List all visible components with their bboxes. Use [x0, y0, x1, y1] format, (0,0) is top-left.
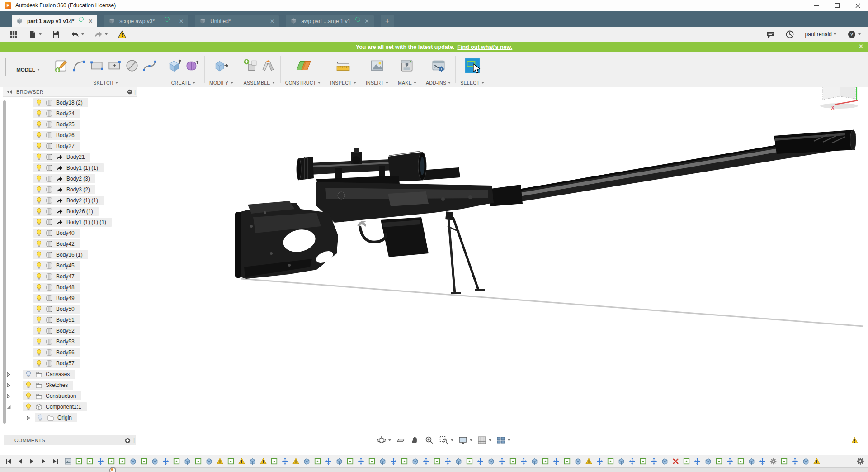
- browser-item[interactable]: Body2 (1) (1): [0, 195, 112, 206]
- toolbar-group-label[interactable]: SELECT: [460, 79, 484, 87]
- undo-button[interactable]: [70, 29, 85, 40]
- timeline-feature-sketch[interactable]: [781, 457, 788, 466]
- timeline-feature-extrude[interactable]: [455, 457, 462, 466]
- visibility-bulb-icon[interactable]: [35, 360, 42, 367]
- collapse-panel-icon[interactable]: [6, 89, 13, 95]
- timeline-feature-move[interactable]: [759, 457, 766, 466]
- add-comment-icon[interactable]: [125, 438, 131, 443]
- plane-button[interactable]: [295, 58, 311, 73]
- browser-item[interactable]: Body52: [0, 325, 112, 336]
- timeline-feature-extrude[interactable]: [151, 457, 158, 466]
- browser-item[interactable]: Body18 (2): [0, 97, 112, 108]
- orbit-button[interactable]: [375, 434, 392, 446]
- tree-expander-icon[interactable]: [25, 415, 31, 421]
- timeline-feature-extrude[interactable]: [618, 457, 625, 466]
- display-button[interactable]: [457, 434, 474, 446]
- timeline-feature-extrude[interactable]: [249, 457, 256, 466]
- visibility-bulb-icon[interactable]: [35, 305, 42, 313]
- help-menu[interactable]: [846, 29, 862, 40]
- browser-item[interactable]: Body24: [0, 108, 112, 119]
- timeline-feature-warn[interactable]: [260, 457, 267, 466]
- browser-item[interactable]: Body25: [0, 119, 112, 130]
- timeline-feature-warn[interactable]: [585, 457, 592, 466]
- zoom-button[interactable]: [423, 434, 436, 446]
- tab-close-button[interactable]: ✕: [364, 18, 370, 24]
- insert-image-button[interactable]: [369, 58, 385, 73]
- timeline-feature-sketch[interactable]: [683, 457, 690, 466]
- arc-button[interactable]: [71, 58, 87, 73]
- document-tab[interactable]: part 1 awp v1 v14*✕: [12, 15, 97, 27]
- timeline-feature-sketch[interactable]: [173, 457, 180, 466]
- user-account-menu[interactable]: paul renald: [805, 31, 836, 38]
- rifle-model[interactable]: [235, 130, 856, 293]
- timeline-feature-move[interactable]: [553, 457, 560, 466]
- timeline-feature-extrude[interactable]: [705, 457, 712, 466]
- extrude-button[interactable]: [167, 58, 182, 73]
- browser-item[interactable]: Body27: [0, 141, 112, 152]
- timeline-feature-move[interactable]: [726, 457, 733, 466]
- timeline-feature-sketch[interactable]: [368, 457, 375, 466]
- browser-item[interactable]: Body42: [0, 238, 112, 249]
- tree-expander-icon[interactable]: [5, 393, 11, 399]
- visibility-bulb-icon[interactable]: [35, 240, 42, 248]
- visibility-bulb-icon[interactable]: [35, 284, 42, 291]
- document-tab[interactable]: scope awp v3*✕: [104, 15, 188, 27]
- timeline-feature-sketch[interactable]: [716, 457, 722, 466]
- timeline-feature-sketch[interactable]: [119, 457, 126, 466]
- fit-button[interactable]: [438, 434, 455, 446]
- timeline-feature-move[interactable]: [282, 457, 288, 466]
- new-tab-button[interactable]: +: [381, 15, 394, 27]
- visibility-bulb-icon[interactable]: [35, 327, 42, 334]
- timeline-feature-move[interactable]: [444, 457, 451, 466]
- timeline-feature-extrude[interactable]: [661, 457, 668, 466]
- timeline-feature-extrude[interactable]: [531, 457, 538, 466]
- visibility-bulb-icon[interactable]: [35, 132, 42, 139]
- visibility-bulb-icon[interactable]: [35, 338, 42, 345]
- browser-item[interactable]: Construction: [0, 391, 112, 401]
- browser-item[interactable]: Component1:1: [0, 401, 112, 412]
- timeline-feature-sketch[interactable]: [86, 457, 93, 466]
- timeline-feature-sketch[interactable]: [564, 457, 571, 466]
- timeline-feature-extrude[interactable]: [206, 457, 212, 466]
- toolbar-group-label[interactable]: CONSTRUCT: [285, 79, 321, 87]
- toolbar-group-label[interactable]: ADD-INS: [426, 79, 451, 87]
- browser-item[interactable]: Body21: [0, 152, 112, 162]
- timeline-feature-sketch[interactable]: [466, 457, 473, 466]
- rectangle-button[interactable]: [89, 58, 104, 73]
- tab-close-button[interactable]: ✕: [269, 18, 275, 24]
- timeline-feature-extrude[interactable]: [130, 457, 137, 466]
- toolbar-group-label[interactable]: MAKE: [398, 79, 416, 87]
- viewports-button[interactable]: [495, 434, 512, 446]
- timeline-feature-move[interactable]: [423, 457, 429, 466]
- tab-close-button[interactable]: ✕: [87, 18, 94, 24]
- pan-button[interactable]: [409, 434, 421, 446]
- timeline-settings-button[interactable]: [856, 457, 864, 465]
- timeline-feature-move[interactable]: [499, 457, 505, 466]
- visibility-bulb-icon[interactable]: [35, 316, 42, 324]
- timeline-feature-warn[interactable]: [292, 457, 299, 466]
- toolbar-group-label[interactable]: INSPECT: [330, 79, 356, 87]
- timeline-feature-sketch[interactable]: [314, 457, 321, 466]
- browser-item[interactable]: Body57: [0, 358, 112, 369]
- browser-item[interactable]: Body3 (2): [0, 184, 112, 195]
- timeline-feature-extrude[interactable]: [184, 457, 191, 466]
- browser-item[interactable]: Origin: [0, 412, 112, 423]
- browser-item[interactable]: Body51: [0, 315, 112, 325]
- timeline-start-button[interactable]: [5, 458, 12, 465]
- timeline-end-button[interactable]: [52, 458, 59, 465]
- workspace-selector[interactable]: MODEL: [9, 52, 47, 87]
- timeline-forward-button[interactable]: [40, 458, 47, 465]
- visibility-bulb-icon[interactable]: [25, 392, 32, 400]
- timeline-feature-extrude[interactable]: [303, 457, 310, 466]
- visibility-bulb-icon[interactable]: [35, 262, 42, 269]
- visibility-bulb-icon[interactable]: [35, 99, 42, 106]
- timeline-feature-redx[interactable]: [672, 457, 679, 466]
- timeline-feature-move[interactable]: [651, 457, 657, 466]
- visibility-bulb-icon[interactable]: [35, 186, 42, 193]
- notif-button[interactable]: [117, 29, 127, 40]
- job-status-button[interactable]: [784, 29, 795, 40]
- tree-expander-icon[interactable]: [5, 382, 11, 388]
- visibility-bulb-icon[interactable]: [25, 381, 32, 389]
- timeline-back-button[interactable]: [16, 458, 24, 465]
- document-tab[interactable]: awp part ...arge 1 v1✕: [286, 15, 373, 27]
